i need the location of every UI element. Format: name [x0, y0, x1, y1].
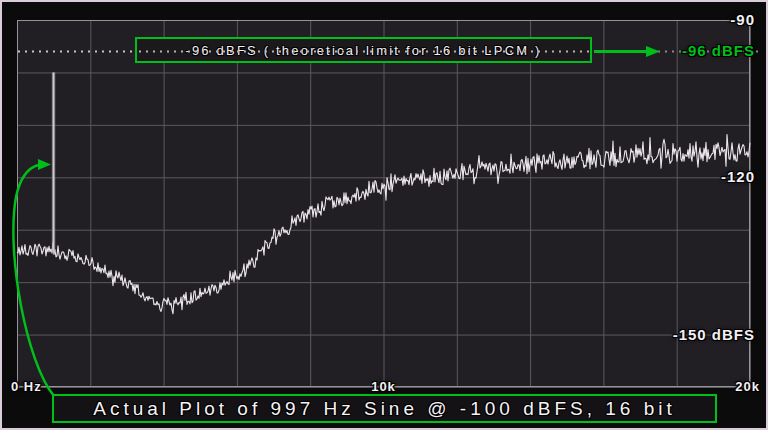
plot-background — [17, 20, 750, 387]
x-axis-label-10k: 10k — [371, 379, 396, 394]
spectrum-analyzer-figure: -96 dBFS ( theoretical limit for 16 bit … — [0, 0, 768, 430]
theoretical-limit-annotation-box: -96 dBFS ( theoretical limit for 16 bit … — [135, 37, 592, 63]
y-axis-label-120: -120 — [721, 168, 755, 185]
spectrum-plot — [2, 2, 768, 430]
reference-arrow-icon — [594, 46, 660, 57]
chart-title-label: Actual Plot of 997 Hz Sine @ -100 dBFS, … — [93, 398, 675, 420]
x-axis-label-0-hz: 0 Hz — [11, 379, 42, 394]
y-axis-label-150-dbfs: -150 dBFS — [673, 326, 755, 343]
y-axis-label-90: -90 — [730, 11, 755, 28]
spike-arrow-icon — [13, 159, 54, 396]
chart-title-box: Actual Plot of 997 Hz Sine @ -100 dBFS, … — [52, 394, 717, 423]
annotation-arrows-layer — [2, 2, 768, 430]
x-axis-label-20k: 20k — [735, 379, 760, 394]
grid-lines — [17, 20, 751, 388]
theoretical-limit-label: -96 dBFS ( theoretical limit for 16 bit … — [185, 43, 541, 58]
plot-border — [18, 21, 750, 387]
noise-floor-trace — [17, 135, 750, 314]
y-axis-label-96-dbfs: -96 dBFS — [682, 42, 755, 59]
